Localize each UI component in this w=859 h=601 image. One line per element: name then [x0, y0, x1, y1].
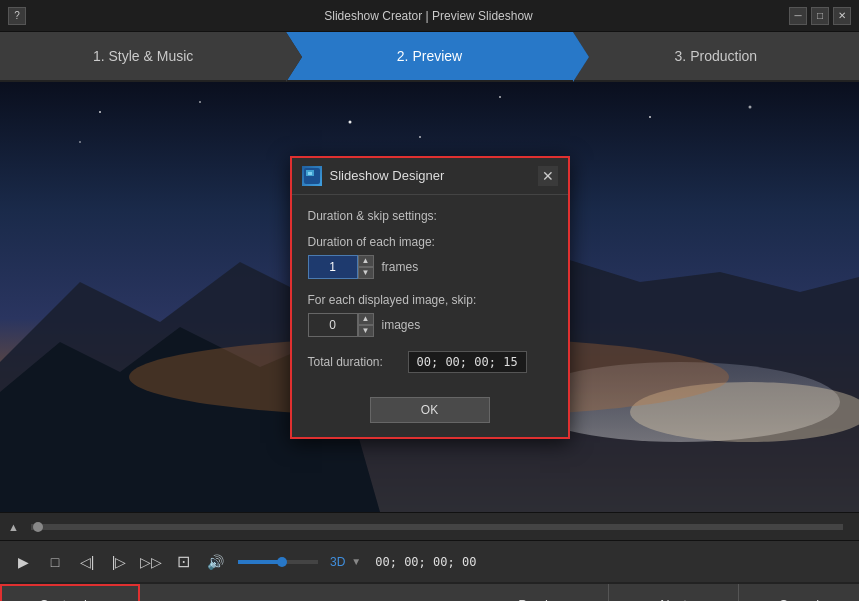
duration-spinner-buttons: ▲ ▼ — [358, 255, 374, 279]
timeline-start: ▲ — [8, 521, 19, 533]
previous-button[interactable]: Previous — [479, 584, 609, 601]
slideshow-designer-dialog: Slideshow Designer ✕ Duration & skip set… — [290, 156, 570, 439]
time-display: 00; 00; 00; 00 — [375, 555, 476, 569]
mode-dropdown-arrow[interactable]: ▼ — [351, 556, 361, 567]
volume-slider[interactable] — [238, 560, 318, 564]
wizard-step-2[interactable]: 2. Preview — [286, 32, 572, 80]
next-button[interactable]: Next — [609, 584, 739, 601]
cancel-button[interactable]: Cancel — [739, 584, 859, 601]
skip-decrement-button[interactable]: ▼ — [358, 325, 374, 337]
stop-button[interactable]: □ — [42, 549, 68, 575]
total-duration-value: 00; 00; 00; 15 — [408, 351, 527, 373]
dialog-titlebar: Slideshow Designer ✕ — [292, 158, 568, 195]
duration-spinner[interactable]: ▲ ▼ — [308, 255, 374, 279]
skip-increment-button[interactable]: ▲ — [358, 313, 374, 325]
skip-spinner[interactable]: ▲ ▼ — [308, 313, 374, 337]
dialog-overlay: Slideshow Designer ✕ Duration & skip set… — [0, 82, 859, 512]
help-button[interactable]: ? — [8, 7, 26, 25]
window-title: Slideshow Creator | Preview Slideshow — [68, 9, 789, 23]
main-content: Slideshow Designer ✕ Duration & skip set… — [0, 82, 859, 512]
duration-decrement-button[interactable]: ▼ — [358, 267, 374, 279]
total-duration-label: Total duration: — [308, 355, 398, 369]
controls-bar: ▶ □ ◁| |▷ ▷▷ ⊡ 🔊 3D ▼ 00; 00; 00; 00 — [0, 540, 859, 582]
duration-field-label: Duration of each image: — [308, 235, 552, 249]
skip-unit: images — [382, 318, 421, 332]
screenshot-button[interactable]: ⊡ — [170, 549, 196, 575]
svg-rect-16 — [308, 172, 312, 175]
dialog-body: Duration & skip settings: Duration of ea… — [292, 195, 568, 387]
dialog-title-text: Slideshow Designer — [330, 168, 530, 183]
dialog-footer: OK — [292, 387, 568, 437]
volume-button[interactable]: 🔊 — [202, 549, 228, 575]
duration-increment-button[interactable]: ▲ — [358, 255, 374, 267]
skip-spinner-buttons: ▲ ▼ — [358, 313, 374, 337]
maximize-button[interactable]: □ — [811, 7, 829, 25]
duration-input[interactable] — [308, 255, 358, 279]
volume-fill — [238, 560, 282, 564]
duration-field-group: Duration of each image: ▲ ▼ frames — [308, 235, 552, 279]
dialog-close-button[interactable]: ✕ — [538, 166, 558, 186]
close-button[interactable]: ✕ — [833, 7, 851, 25]
minimize-button[interactable]: ─ — [789, 7, 807, 25]
wizard-step-3[interactable]: 3. Production — [573, 32, 859, 80]
total-duration-row: Total duration: 00; 00; 00; 15 — [308, 351, 552, 373]
prev-frame-button[interactable]: ◁| — [74, 549, 100, 575]
play-button[interactable]: ▶ — [10, 549, 36, 575]
mode-label: 3D — [330, 555, 345, 569]
customize-button[interactable]: Customize — [0, 584, 140, 601]
next-frame-button[interactable]: |▷ — [106, 549, 132, 575]
duration-unit: frames — [382, 260, 419, 274]
skip-input[interactable] — [308, 313, 358, 337]
wizard-steps: 1. Style & Music 2. Preview 3. Productio… — [0, 32, 859, 82]
timeline-thumb — [33, 522, 43, 532]
duration-field-row: ▲ ▼ frames — [308, 255, 552, 279]
dialog-icon — [302, 166, 322, 186]
window-controls: ─ □ ✕ — [789, 7, 851, 25]
timeline-slider[interactable] — [31, 524, 843, 530]
volume-thumb — [277, 557, 287, 567]
ok-button[interactable]: OK — [370, 397, 490, 423]
skip-field-group: For each displayed image, skip: ▲ ▼ imag… — [308, 293, 552, 337]
title-bar: ? Slideshow Creator | Preview Slideshow … — [0, 0, 859, 32]
section-label: Duration & skip settings: — [308, 209, 552, 223]
skip-field-row: ▲ ▼ images — [308, 313, 552, 337]
skip-forward-button[interactable]: ▷▷ — [138, 549, 164, 575]
wizard-step-1[interactable]: 1. Style & Music — [0, 32, 286, 80]
skip-field-label: For each displayed image, skip: — [308, 293, 552, 307]
bottom-bar: Customize Previous Next Cancel — [0, 582, 859, 601]
playback-bar: ▲ — [0, 512, 859, 540]
